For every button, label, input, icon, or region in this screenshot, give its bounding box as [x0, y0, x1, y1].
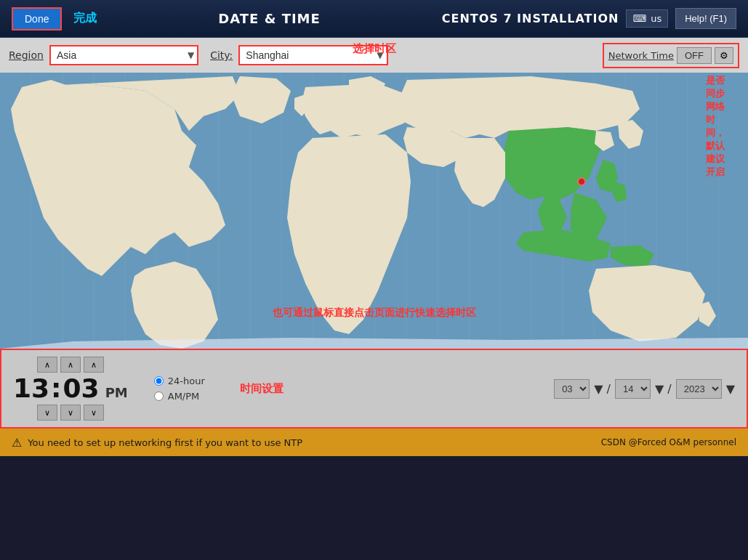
warning-credit: CSDN @Forced O&M personnel — [601, 437, 736, 447]
time-controls: ∧∧∧13:03PM∨∨∨ 24-hour AM/PM 时间设置 03 — [0, 349, 748, 429]
keyboard-icon: ⌨ — [632, 13, 646, 24]
date-slash-1: ▼ / — [594, 382, 611, 396]
warning-bar: ⚠ You need to set up networking first if… — [0, 429, 748, 456]
radio-24h[interactable]: 24-hour — [154, 376, 205, 386]
centos-title: CENTOS 7 INSTALLATION — [442, 12, 619, 25]
date-selectors: 03 ▼ / 14 ▼ / 2023 ▼ — [554, 379, 735, 399]
done-button[interactable]: Done — [12, 7, 62, 31]
hour-down-button[interactable]: ∨ — [37, 405, 57, 421]
region-input[interactable] — [54, 48, 185, 62]
date-slash-2: ▼ / — [655, 382, 672, 396]
keyboard-language[interactable]: ⌨ us — [626, 9, 668, 28]
header: Done 完成 DATE & TIME CENTOS 7 INSTALLATIO… — [0, 0, 748, 38]
warning-message: You need to set up networking first if y… — [28, 437, 302, 448]
network-time-annotation: 是否同步网络时间，默认建议开启 — [706, 74, 725, 179]
header-left: Done 完成 — [12, 7, 97, 31]
second-up-button[interactable]: ∧ — [84, 357, 104, 373]
help-button[interactable]: Help! (F1) — [675, 8, 736, 29]
page-title: DATE & TIME — [218, 11, 320, 26]
radio-ampm-input[interactable] — [154, 391, 164, 401]
region-select-group[interactable]: ▼ — [49, 45, 198, 65]
time-minute-display: 03 — [63, 376, 100, 402]
date-slash-3: ▼ — [726, 382, 735, 396]
network-time-box: Network Time OFF ⚙ — [603, 43, 739, 68]
keyboard-lang-label: us — [651, 13, 661, 24]
time-separator: : — [51, 376, 61, 402]
map-click-annotation: 也可通过鼠标直接点击页面进行快速选择时区 — [273, 307, 476, 320]
radio-24h-input[interactable] — [154, 376, 164, 386]
radio-ampm-label: AM/PM — [168, 391, 200, 402]
time-settings-annotation: 时间设置 — [240, 382, 283, 396]
radio-24h-label: 24-hour — [168, 376, 205, 386]
month-select[interactable]: 03 — [554, 379, 590, 399]
warning-left: ⚠ You need to set up networking first if… — [12, 436, 302, 450]
header-right: CENTOS 7 INSTALLATION ⌨ us Help! (F1) — [442, 8, 736, 29]
world-map[interactable]: 也可通过鼠标直接点击页面进行快速选择时区 — [0, 73, 748, 349]
time-hour-display: 13 — [13, 376, 49, 402]
network-time-settings-button[interactable]: ⚙ — [715, 47, 733, 64]
minute-down-button[interactable]: ∨ — [60, 405, 81, 421]
minute-up-button[interactable]: ∧ — [60, 357, 81, 373]
select-timezone-annotation: 选择时区 — [353, 42, 396, 55]
region-label: Region — [9, 49, 44, 61]
radio-ampm[interactable]: AM/PM — [154, 391, 205, 402]
warning-icon: ⚠ — [12, 436, 22, 450]
svg-point-24 — [578, 178, 585, 185]
region-dropdown-arrow[interactable]: ▼ — [188, 50, 194, 60]
network-time-label: Network Time — [608, 50, 674, 61]
time-format-group: 24-hour AM/PM — [154, 376, 205, 402]
hour-up-button[interactable]: ∧ — [37, 357, 57, 373]
network-time-toggle[interactable]: OFF — [677, 47, 712, 64]
city-label: City: — [210, 49, 233, 61]
year-select[interactable]: 2023 — [676, 379, 722, 399]
second-down-button[interactable]: ∨ — [84, 405, 104, 421]
done-annotation: 完成 — [73, 11, 97, 26]
time-ampm-display: PM — [105, 385, 128, 400]
day-select[interactable]: 14 — [615, 379, 651, 399]
